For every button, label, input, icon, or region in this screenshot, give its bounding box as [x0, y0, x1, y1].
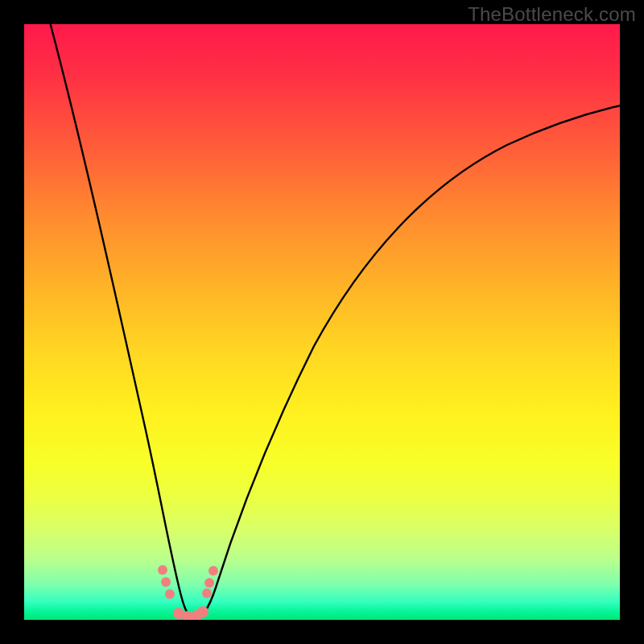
curve-marker [165, 589, 175, 599]
chart-frame: TheBottleneck.com [0, 0, 644, 644]
bottleneck-curve [24, 24, 620, 620]
curve-marker [202, 588, 212, 598]
curve-marker [161, 577, 171, 587]
plot-area [24, 24, 620, 620]
watermark-text: TheBottleneck.com [468, 3, 636, 26]
marker-group [158, 565, 218, 620]
curve-marker [208, 566, 218, 576]
curve-path [48, 24, 620, 618]
curve-marker [158, 565, 167, 575]
curve-marker [204, 578, 214, 588]
curve-marker [197, 606, 208, 617]
